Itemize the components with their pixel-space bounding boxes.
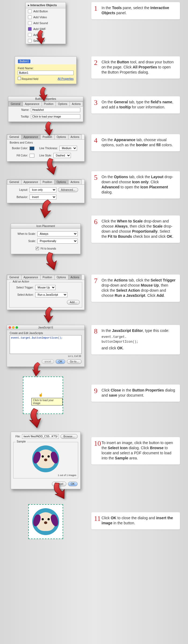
trigger-select[interactable]: Mouse Up [35, 285, 56, 290]
step-3-text: 3 On the General tab, type the field's n… [91, 96, 180, 114]
tooltip-label: Tooltip: [11, 115, 29, 118]
appearance-panel: General Appearance Position Options Acti… [7, 134, 85, 162]
ok-button[interactable]: OK [68, 482, 78, 486]
step-9-text: 9 Click Close in the Button Properties d… [91, 385, 180, 402]
required-checkbox[interactable] [18, 77, 21, 80]
step-number: 10 [94, 439, 101, 448]
name-input[interactable] [31, 108, 80, 112]
add-button[interactable]: Add... [67, 300, 80, 305]
3d-icon [28, 33, 32, 37]
dialog-title: Icon Placement [37, 225, 55, 228]
arrow-icon [35, 30, 47, 45]
step-number: 4 [94, 136, 97, 145]
step-number: 5 [94, 173, 97, 182]
tab-appearance[interactable]: Appearance [21, 275, 41, 280]
dialog-title: JavaScript E [38, 326, 53, 329]
button-image [32, 508, 59, 535]
field-name-input[interactable] [18, 71, 74, 75]
tab-options[interactable]: Options [54, 275, 68, 280]
tab-general[interactable]: General [7, 275, 21, 280]
tab-actions[interactable]: Actions [68, 275, 82, 280]
border-color-swatch[interactable] [30, 147, 34, 150]
arrow-icon [26, 407, 45, 429]
all-properties-link[interactable]: All Properties [58, 77, 74, 80]
arrow-icon [41, 306, 57, 324]
step-2-text: 2 Click the Button tool, and draw your b… [91, 56, 180, 79]
step-7-text: 7 On the Actions tab, click the Select T… [91, 275, 180, 302]
scale-select[interactable]: Proportionally [37, 239, 78, 244]
javascript-editor-dialog: JavaScript E Create and Edit JavaScripts… [7, 325, 85, 367]
arrow-icon [38, 86, 49, 101]
tab-general[interactable]: General [7, 180, 21, 184]
tab-position[interactable]: Position [40, 180, 55, 184]
tab-actions[interactable]: Actions [68, 134, 82, 139]
menu-add-button[interactable]: Add Button [26, 8, 66, 14]
actions-panel: General Appearance Position Options Acti… [7, 275, 85, 310]
select-icon-dialog: File: Browse... Sample 1 out of 1 images… [11, 432, 81, 489]
layout-select[interactable]: Icon only [30, 187, 56, 192]
step-number: 8 [94, 327, 97, 336]
selected-button-token[interactable]: Button1 [18, 59, 31, 63]
tab-appearance[interactable]: Appearance [21, 134, 41, 139]
step-6-text: 6 Click the When to Scale drop-down and … [91, 215, 180, 243]
video-icon [28, 15, 32, 19]
tab-options[interactable]: Options [56, 101, 70, 106]
browse-button[interactable]: Browse... [60, 434, 78, 439]
code-line-2: buttonImportIcon(); [102, 340, 176, 344]
tab-actions[interactable]: Actions [68, 180, 82, 184]
step-number: 3 [94, 98, 97, 107]
section-title: Borders and Colors [7, 140, 84, 145]
sample-image [32, 445, 59, 472]
step-number: 2 [94, 58, 97, 67]
sound-icon [28, 21, 32, 25]
tab-appearance[interactable]: Appearance [23, 101, 42, 106]
field-name-panel: Button1 Field Name: Required field All P… [15, 56, 77, 84]
tabs: General Appearance Position Options Acti… [8, 101, 83, 107]
tab-options[interactable]: Options [54, 180, 68, 184]
tab-options[interactable]: Options [54, 134, 68, 139]
final-button-preview [28, 504, 63, 539]
select-icon [28, 39, 32, 43]
button-icon [28, 9, 32, 13]
menu-add-sound[interactable]: Add Sound [26, 20, 66, 26]
tooltip-input[interactable] [31, 114, 80, 119]
fit-to-bounds-checkbox[interactable] [36, 247, 39, 250]
thickness-select[interactable]: Medium [59, 146, 77, 151]
name-label: Name: [11, 108, 29, 111]
step-number: 7 [94, 276, 97, 286]
panel-title: Interactive Objects [30, 3, 57, 7]
tab-position[interactable]: Position [40, 275, 55, 280]
goto-button[interactable]: Go to... [67, 359, 82, 364]
step-1-text: 1 In the Tools pane, select the Interact… [91, 2, 180, 19]
tab-appearance[interactable]: Appearance [21, 180, 41, 184]
step-10-text: 10 To insert an image, click the button … [91, 437, 180, 464]
swf-icon [28, 27, 32, 31]
tab-general[interactable]: General [8, 101, 23, 106]
button-with-image[interactable] [28, 504, 63, 539]
hand-cursor-icon: ☝ [38, 393, 43, 397]
step-8-text: 8 In the JavaScript Editor, type this co… [91, 325, 180, 354]
tab-general[interactable]: General [7, 134, 21, 139]
step-number: 9 [94, 386, 97, 396]
icon-placement-dialog: Icon Placement When to Scale: Always Sca… [11, 224, 81, 254]
ok-button[interactable]: OK [56, 359, 65, 364]
tab-position[interactable]: Position [42, 101, 56, 106]
tab-actions[interactable]: Actions [70, 101, 83, 106]
step-number: 6 [94, 217, 97, 226]
tooltip-preview: Click to load your image [31, 398, 63, 405]
arrow-icon [43, 121, 55, 136]
arrow-icon [43, 156, 60, 176]
field-name-label: Field Name: [18, 67, 74, 70]
menu-add-video[interactable]: Add Video [26, 14, 66, 20]
step-5-text: 5 On the Options tab, click the Layout d… [91, 171, 180, 199]
when-to-scale-select[interactable]: Always [37, 231, 78, 236]
code-line-1: event.target. [102, 335, 176, 339]
step-11-text: 11 Click OK to close the dialog and inse… [91, 512, 180, 529]
advanced-button[interactable]: Advanced... [58, 188, 78, 192]
fill-color-swatch[interactable] [30, 154, 34, 158]
action-select[interactable]: Run a JavaScript [35, 292, 67, 297]
file-path-input[interactable] [22, 434, 59, 439]
code-textarea[interactable]: event.target.buttonImportIcon(); [10, 335, 82, 354]
step-number: 1 [94, 4, 97, 13]
step-number: 11 [94, 514, 101, 523]
